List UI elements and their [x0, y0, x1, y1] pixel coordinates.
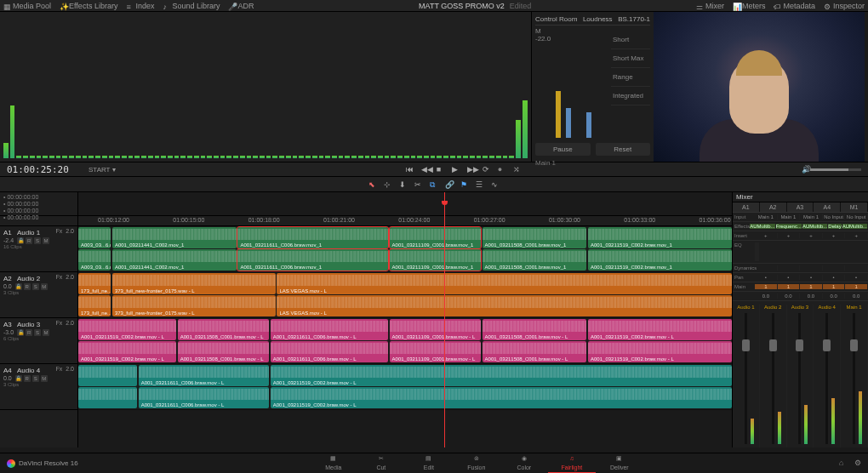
clip[interactable]: A001_03211519_C002.braw.mov - L — [78, 341, 176, 362]
mixer-cell[interactable]: Main 1 — [800, 214, 823, 219]
timeline[interactable]: 01:00:12:0001:00:15:0001:00:18:0001:00:2… — [78, 192, 732, 447]
track-header-A2[interactable]: A2 Audio 2Fx 2.0 0.0 🔒RSM 3 Clips — [0, 272, 77, 318]
nav-page-edit[interactable]: ▤Edit — [405, 453, 453, 473]
clip[interactable]: LAS VEGAS.mov - L — [277, 295, 732, 316]
mixer-cell[interactable]: + — [800, 233, 823, 238]
eq-curve[interactable] — [758, 242, 759, 261]
fader-Audio 4[interactable]: Audio 4 — [814, 305, 841, 447]
snap-tool[interactable]: ⧉ — [430, 180, 438, 189]
timeline-ruler[interactable]: 01:00:12:0001:00:15:0001:00:18:0001:00:2… — [78, 216, 732, 226]
clip[interactable]: A001_03211441_C002.mov_1 — [112, 249, 237, 271]
mixer-cell[interactable]: Main 1 — [755, 214, 778, 219]
track-btn-🔒[interactable]: 🔒 — [17, 329, 24, 336]
stop-button[interactable]: ■ — [437, 165, 445, 174]
mixer-cell[interactable] — [845, 265, 868, 271]
mixer-cell[interactable]: AUMultib... — [842, 224, 868, 229]
clip[interactable]: A001_03211109_C001.braw.mov_1 — [390, 249, 482, 271]
track-btn-M[interactable]: M — [43, 329, 49, 336]
record-button[interactable]: ● — [498, 165, 506, 174]
list-tool[interactable]: ☰ — [476, 180, 484, 189]
clip[interactable]: 373_full_new-frontier_0175.wav - L — [112, 273, 276, 294]
play-button[interactable]: ▶ — [452, 165, 460, 174]
next-button[interactable]: ▶▶ — [467, 165, 476, 174]
mixer-cell[interactable]: • — [823, 275, 846, 280]
fader-knob[interactable] — [796, 339, 803, 351]
prev-button[interactable]: ◀◀ — [421, 165, 430, 174]
fader-knob[interactable] — [850, 339, 858, 351]
track-btn-M[interactable]: M — [41, 375, 48, 382]
clip[interactable]: A001_03211109_C001.braw.mov - L — [390, 319, 482, 340]
clip[interactable]: A001_03211508_C001.braw.mov_1 — [483, 249, 587, 271]
clip[interactable] — [78, 365, 137, 386]
clip[interactable]: A001_03211508_C001.braw.mov - L — [483, 319, 587, 340]
track-row-A4[interactable]: A001_03211611_C006.braw.mov - LA001_0321… — [78, 364, 732, 410]
reset-button[interactable]: Reset — [596, 143, 651, 156]
shuffle-button[interactable]: ⤭ — [513, 165, 522, 174]
mixer-strip-A4[interactable]: A4 — [814, 202, 841, 212]
clip[interactable]: A001_03211508_C001.braw.mov - L — [483, 341, 587, 362]
settings-button[interactable]: ⚙ — [854, 459, 865, 469]
clip[interactable]: A001_03211611_C006.braw.mov - L — [139, 387, 270, 408]
mixer-cell[interactable]: 1 — [800, 284, 823, 289]
mixer-cell[interactable]: Main 1 — [778, 214, 801, 219]
track-row-A2[interactable]: 173_full_ne...173_full_ne...373_full_new… — [78, 272, 732, 318]
link-tool[interactable]: 🔗 — [445, 180, 454, 189]
mixer-cell[interactable]: No Input — [823, 214, 846, 219]
mixer-cell[interactable]: 1 — [823, 284, 846, 289]
meters-button[interactable]: 📊Meters — [733, 2, 766, 10]
sound-library-button[interactable]: ♪Sound Library — [163, 2, 220, 10]
clip[interactable]: 173_full_ne... — [78, 273, 111, 294]
track-btn-R[interactable]: R — [24, 283, 31, 290]
clip[interactable]: A001_03211519_C002.braw.mov_1 — [588, 227, 732, 248]
fader-Audio 1[interactable]: Audio 1 — [733, 305, 760, 447]
clip[interactable]: A001_03211611_C006.braw.mov_1 — [237, 249, 388, 271]
video-preview[interactable] — [654, 12, 865, 162]
volume-icon[interactable]: 🔊 — [802, 165, 810, 174]
mixer-cell[interactable] — [778, 265, 801, 271]
clip[interactable] — [78, 387, 137, 408]
metadata-button[interactable]: 🏷Metadata — [774, 2, 815, 10]
clip[interactable]: LAS VEGAS.mov - L — [277, 273, 732, 294]
range-tool[interactable]: ⊹ — [384, 180, 392, 189]
track-row-A3[interactable]: A001_03211519_C002.braw.mov - LA001_0321… — [78, 318, 732, 364]
track-btn-🔒[interactable]: 🔒 — [15, 283, 22, 290]
clip[interactable]: A001_03211611_C006.braw.mov_1 — [237, 227, 388, 248]
clip[interactable]: A003_03...6.mov_1 — [78, 249, 111, 271]
flag-tool[interactable]: ⚑ — [460, 180, 469, 189]
mixer-strip-M1[interactable]: M1 — [841, 202, 868, 212]
timecode-display[interactable]: 01:00:25:20 — [0, 164, 78, 175]
fader-Audio 3[interactable]: Audio 3 — [787, 305, 814, 447]
clip[interactable]: A001_03211508_C001.braw.mov - L — [178, 319, 270, 340]
track-row-A1[interactable]: A003_03...6.mov_1A003_03...6.mov_1A001_0… — [78, 226, 732, 272]
index-button[interactable]: ≡Index — [126, 2, 154, 10]
mixer-cell[interactable]: 0.0 — [800, 293, 823, 299]
mixer-cell[interactable]: + — [755, 233, 778, 238]
volume-slider[interactable] — [810, 168, 861, 171]
clip[interactable]: A001_03211508_C001.braw.mov_1 — [483, 227, 587, 248]
mixer-cell[interactable]: • — [755, 275, 778, 280]
track-btn-R[interactable]: R — [24, 375, 31, 382]
track-btn-S[interactable]: S — [34, 329, 41, 336]
adr-button[interactable]: 🎤ADR — [228, 2, 254, 10]
clip[interactable]: 173_full_ne... — [78, 295, 111, 316]
mixer-cell[interactable]: • — [845, 275, 868, 280]
clip[interactable]: A001_03211611_C006.braw.mov - L — [271, 319, 388, 340]
track-btn-🔒[interactable]: 🔒 — [17, 237, 24, 244]
pause-button[interactable]: Pause — [535, 143, 591, 156]
mixer-strip-A1[interactable]: A1 — [733, 202, 760, 212]
mixer-button[interactable]: ⚌Mixer — [696, 2, 724, 10]
mixer-cell[interactable]: 1 — [845, 284, 868, 289]
mixer-cell[interactable]: 0.0 — [823, 293, 846, 299]
track-btn-🔒[interactable]: 🔒 — [15, 375, 22, 382]
mixer-cell[interactable]: • — [778, 275, 801, 280]
clip[interactable]: A001_03211109_C001.braw.mov - L — [390, 341, 482, 362]
clip[interactable]: A001_03211519_C002.braw.mov - L — [588, 341, 732, 362]
track-btn-S[interactable]: S — [32, 283, 39, 290]
track-btn-M[interactable]: M — [41, 283, 48, 290]
fader-Audio 2[interactable]: Audio 2 — [760, 305, 787, 447]
track-header-A4[interactable]: A4 Audio 4Fx 2.0 0.0 🔒RSM 3 Clips — [0, 364, 77, 410]
start-dropdown[interactable]: START ▾ — [78, 166, 126, 174]
mixer-cell[interactable]: AUMultib... — [802, 224, 828, 229]
clip[interactable]: A003_03...6.mov_1 — [78, 227, 111, 248]
clip[interactable]: A001_03211519_C002.braw.mov - L — [271, 365, 732, 386]
